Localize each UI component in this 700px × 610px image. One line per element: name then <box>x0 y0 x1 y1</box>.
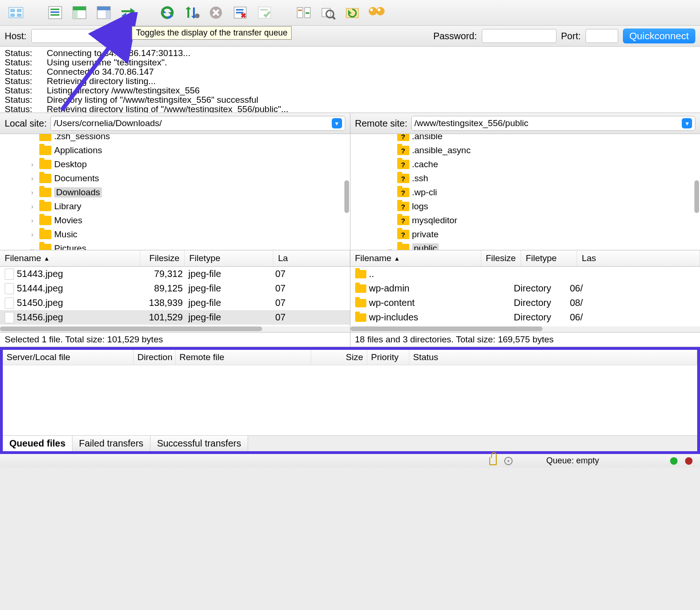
tree-item[interactable]: Applications <box>28 143 350 157</box>
local-file-list[interactable]: 51443.jpeg 79,312 jpeg-file 07 51444.jpe… <box>0 267 350 332</box>
file-icon <box>5 269 14 280</box>
scrollbar[interactable] <box>344 180 349 213</box>
filetype: jpeg-file <box>183 283 271 294</box>
list-item[interactable]: 51456.jpeg 101,529 jpeg-file 07 <box>0 310 350 325</box>
tree-item[interactable]: ⌄Pictures <box>28 241 350 250</box>
disclosure-icon[interactable]: › <box>28 231 36 238</box>
toggle-local-tree-button[interactable] <box>70 4 89 21</box>
svg-point-31 <box>370 8 373 11</box>
tree-item[interactable]: ?.ansible <box>397 134 700 143</box>
list-item[interactable]: wp-content Directory 08/ <box>350 296 700 310</box>
disclosure-icon[interactable]: › <box>28 189 36 196</box>
toggle-log-button[interactable] <box>46 4 64 21</box>
disconnect-button[interactable] <box>231 4 250 21</box>
tree-item[interactable]: ?logs <box>397 199 700 213</box>
tree-item[interactable]: ›Desktop <box>28 157 350 171</box>
password-input[interactable] <box>482 29 557 43</box>
lock-icon[interactable] <box>489 457 497 465</box>
reconnect-button[interactable] <box>255 4 274 21</box>
disclosure-icon[interactable]: › <box>28 161 36 168</box>
message-log[interactable]: Status:Connecting to 34.70.86.147:30113.… <box>0 47 700 113</box>
col-size[interactable]: Size <box>311 350 367 365</box>
svg-rect-3 <box>10 14 15 17</box>
host-input[interactable] <box>31 29 125 43</box>
log-row: Status:Using username "testingsitex". <box>5 58 695 67</box>
remote-file-list[interactable]: .. wp-admin Directory 06/ wp-content Dir… <box>350 267 700 332</box>
col-filename[interactable]: Filename ▲ <box>0 250 140 266</box>
svg-rect-11 <box>73 10 78 19</box>
list-item[interactable]: 51443.jpeg 79,312 jpeg-file 07 <box>0 267 350 281</box>
disclosure-icon[interactable]: › <box>28 175 36 182</box>
tree-item[interactable]: ›Documents <box>28 171 350 185</box>
list-item[interactable]: wp-admin Directory 06/ <box>350 281 700 296</box>
local-site-path[interactable]: /Users/cornelia/Downloads/ ▾ <box>50 116 345 131</box>
scrollbar[interactable] <box>0 326 350 332</box>
list-item[interactable]: wp-includes Directory 06/ <box>350 310 700 325</box>
local-tree[interactable]: .zsh_sessionsApplications›Desktop›Docume… <box>0 134 350 250</box>
disclosure-icon[interactable]: › <box>28 217 36 224</box>
compare-button[interactable] <box>294 4 313 21</box>
col-server-local[interactable]: Server/Local file <box>3 350 134 365</box>
tree-item[interactable]: ?.ssh <box>397 171 700 185</box>
process-queue-button[interactable] <box>182 4 201 21</box>
col-filesize[interactable]: Filesize <box>481 250 521 266</box>
disclosure-icon[interactable]: ⌄ <box>386 245 394 250</box>
tree-item-label: public <box>412 243 439 250</box>
remote-site-path[interactable]: /www/testingsitex_556/public ▾ <box>411 116 695 131</box>
tree-item[interactable]: ›Library <box>28 199 350 213</box>
col-filetype[interactable]: Filetype <box>185 250 273 266</box>
list-item[interactable]: 51450.jpeg 138,939 jpeg-file 07 <box>0 296 350 310</box>
sync-browsing-button[interactable] <box>343 4 362 21</box>
tree-item[interactable]: ?mysqleditor <box>397 213 700 227</box>
filetype: Directory <box>514 283 570 294</box>
disk-icon[interactable] <box>504 457 513 465</box>
toggle-remote-tree-button[interactable] <box>94 4 113 21</box>
lastmod: 07 <box>271 269 350 279</box>
queue-body[interactable] <box>3 365 697 435</box>
filter-button[interactable] <box>367 4 386 21</box>
tree-item[interactable]: ⌄public <box>397 241 700 250</box>
search-button[interactable] <box>319 4 337 21</box>
bottom-status-bar: Queue: empty <box>0 454 700 468</box>
tree-item[interactable]: .zsh_sessions <box>28 134 350 143</box>
col-filename[interactable]: Filename ▲ <box>350 250 481 266</box>
col-filesize[interactable]: Filesize <box>140 250 185 266</box>
filename: 51456.jpeg <box>17 312 138 323</box>
col-filetype[interactable]: Filetype <box>521 250 577 266</box>
dropdown-icon[interactable]: ▾ <box>682 118 692 128</box>
col-lastmod[interactable]: Las <box>577 250 700 266</box>
folder-icon <box>39 202 51 211</box>
site-manager-button[interactable] <box>7 4 25 21</box>
tab-successful-transfers[interactable]: Successful transfers <box>150 436 248 451</box>
list-item[interactable]: .. <box>350 267 700 281</box>
svg-rect-14 <box>106 10 110 19</box>
tree-item[interactable]: ?.cache <box>397 157 700 171</box>
log-value: Connecting to 34.70.86.147:30113... <box>47 49 695 58</box>
toggle-transfer-queue-button[interactable] <box>119 4 137 21</box>
tree-item[interactable]: ?.ansible_async <box>397 143 700 157</box>
log-value: Directory listing of "/www/testingsitex_… <box>47 95 695 105</box>
col-direction[interactable]: Direction <box>134 350 176 365</box>
col-remote-file[interactable]: Remote file <box>176 350 311 365</box>
tab-queued-files[interactable]: Queued files <box>3 436 72 451</box>
remote-tree[interactable]: ?.ansible?.ansible_async?.cache?.ssh?.wp… <box>350 134 700 250</box>
tree-item[interactable]: ›Music <box>28 227 350 241</box>
disclosure-icon[interactable]: › <box>28 203 36 210</box>
scrollbar[interactable] <box>350 326 700 332</box>
tree-item[interactable]: ?private <box>397 227 700 241</box>
cancel-button[interactable] <box>207 4 225 21</box>
dropdown-icon[interactable]: ▾ <box>332 118 342 128</box>
port-input[interactable] <box>586 29 618 43</box>
tree-item[interactable]: ›Movies <box>28 213 350 227</box>
refresh-button[interactable] <box>158 4 177 21</box>
tab-failed-transfers[interactable]: Failed transfers <box>72 436 150 451</box>
quickconnect-button[interactable]: Quickconnect <box>623 28 695 43</box>
tree-item[interactable]: ?.wp-cli <box>397 185 700 199</box>
col-status[interactable]: Status <box>409 350 697 365</box>
list-item[interactable]: 51444.jpeg 89,125 jpeg-file 07 <box>0 281 350 296</box>
col-lastmod[interactable]: La <box>273 250 350 266</box>
disclosure-icon[interactable]: ⌄ <box>28 245 36 250</box>
scrollbar[interactable] <box>694 180 699 213</box>
tree-item[interactable]: ›Downloads <box>28 185 350 199</box>
col-priority[interactable]: Priority <box>367 350 409 365</box>
